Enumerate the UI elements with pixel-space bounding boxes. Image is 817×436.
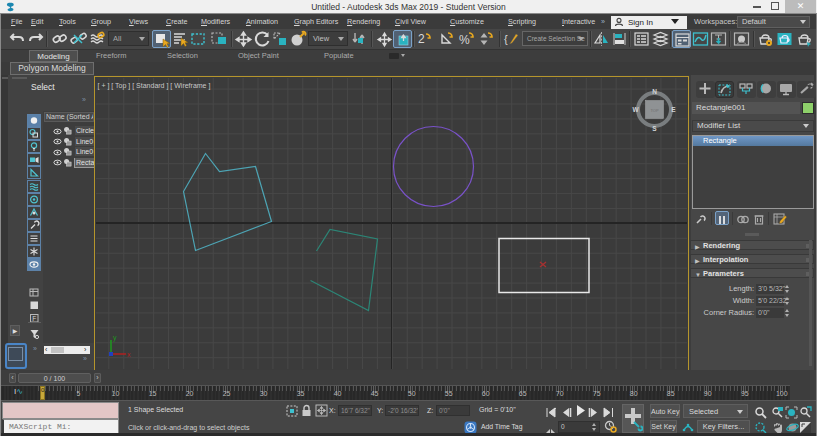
- svg-text:2: 2: [418, 32, 425, 46]
- svg-text:y: y: [113, 334, 117, 342]
- svg-text:TOP: TOP: [650, 108, 658, 113]
- svg-text:%: %: [459, 33, 470, 47]
- svg-text:{: {: [504, 33, 508, 45]
- svg-text:N: N: [652, 88, 657, 95]
- svg-text:W: W: [632, 105, 639, 112]
- svg-text:F: F: [32, 315, 36, 322]
- svg-text:x: x: [127, 351, 131, 358]
- svg-text:E: E: [671, 105, 676, 112]
- svg-text:S: S: [652, 124, 657, 131]
